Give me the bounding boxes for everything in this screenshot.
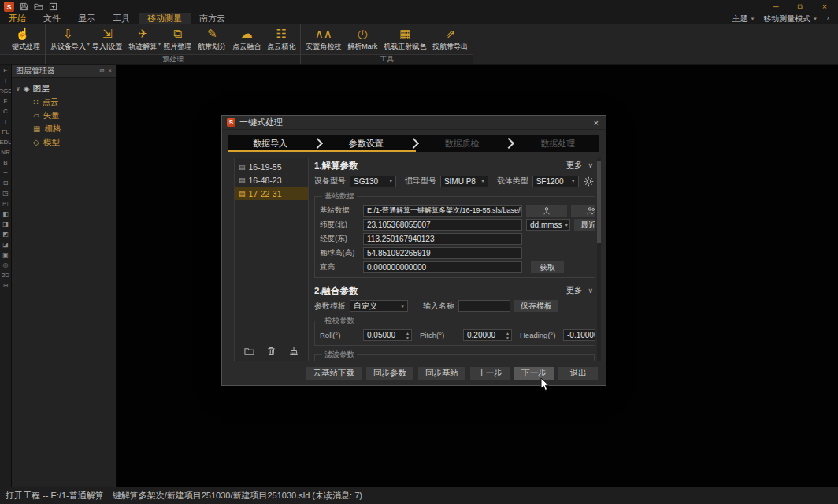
- ribbon-button[interactable]: ▦ 机载正射赋色: [380, 24, 429, 54]
- side-tool-icon[interactable]: FL: [2, 128, 9, 135]
- side-tool-icon[interactable]: 2D: [2, 272, 9, 279]
- dialog-footer-button[interactable]: 上一步: [470, 367, 510, 380]
- menubar-item[interactable]: 南方云: [191, 13, 234, 24]
- carrier-type-select[interactable]: SF1200 ▾: [532, 176, 579, 187]
- clear-all-icon[interactable]: [289, 345, 298, 359]
- dialog-close-icon[interactable]: ×: [591, 118, 601, 128]
- side-tool-icon[interactable]: T: [4, 118, 8, 125]
- menubar-item[interactable]: 显示: [69, 13, 104, 24]
- coord-format-select[interactable]: dd.mmss ▾: [526, 219, 570, 231]
- new-project-icon[interactable]: [49, 2, 57, 11]
- side-tool-icon[interactable]: ◰: [2, 200, 9, 207]
- restore-button[interactable]: ⧉: [791, 0, 810, 13]
- side-tool-icon[interactable]: ⊞: [3, 180, 9, 187]
- dialog-footer-button[interactable]: 同步参数: [366, 367, 413, 380]
- session-list-item[interactable]: ▤ 16-19-55: [235, 160, 308, 173]
- side-tool-icon[interactable]: F: [4, 98, 8, 105]
- section1-more-button[interactable]: 更多 ∨: [565, 160, 595, 171]
- single-base-station-button[interactable]: [526, 205, 567, 217]
- side-tool-icon[interactable]: E: [3, 67, 7, 74]
- add-folder-icon[interactable]: [244, 345, 254, 359]
- ellipsoid-height-input[interactable]: 54.851092265919: [363, 247, 522, 259]
- layer-tree-item[interactable]: ∷ 点云: [14, 95, 113, 109]
- wizard-step[interactable]: 参数设置: [324, 135, 408, 152]
- dialog-footer-button[interactable]: 同步基站: [418, 367, 465, 380]
- side-tool-icon[interactable]: NR: [1, 149, 10, 156]
- ribbon-button[interactable]: ✎ 航带划分: [195, 24, 229, 54]
- side-tool-icon[interactable]: B: [3, 159, 7, 166]
- spinner-arrows-icon[interactable]: ▲▼: [406, 331, 410, 340]
- section2-more-button[interactable]: 更多 ∨: [565, 285, 595, 296]
- delete-icon[interactable]: [267, 345, 276, 359]
- menubar-item[interactable]: 开始: [0, 13, 35, 24]
- ribbon-button[interactable]: ☷ 点云精化: [264, 24, 298, 54]
- ribbon-button[interactable]: ⧉ 照片整理: [160, 24, 195, 54]
- side-tool-icon[interactable]: ◨: [2, 220, 9, 228]
- session-list-item[interactable]: ▤ 16-48-23: [235, 173, 308, 187]
- layer-tree-item[interactable]: ▱ 矢量: [14, 109, 113, 122]
- layer-tree-item[interactable]: ◇ 模型: [14, 135, 113, 149]
- ribbon-button[interactable]: ☁ 点云融合: [229, 24, 264, 54]
- base-station-path-input[interactable]: E:/1-普通解算一键解算多架次/16-19-55.sls/base/07581…: [363, 205, 522, 217]
- solve-settings-gear-icon[interactable]: [583, 175, 595, 187]
- collapse-ribbon-icon[interactable]: ∧: [826, 16, 830, 22]
- parameter-template-select[interactable]: 自定义 ▾: [350, 300, 408, 312]
- ribbon-button[interactable]: ✈ 轨迹解算: [125, 24, 160, 54]
- float-panel-icon[interactable]: ⧉: [100, 67, 105, 75]
- scrollbar-thumb[interactable]: [597, 161, 601, 243]
- ribbon-group-label: [0, 54, 45, 64]
- wizard-step[interactable]: 数据处理: [516, 135, 599, 152]
- calibration-spinner[interactable]: 0.20000 ▲▼: [463, 329, 512, 341]
- ribbon-button[interactable]: ☝ 一键式处理: [2, 24, 43, 54]
- side-tool-icon[interactable]: ◧: [2, 210, 9, 217]
- ribbon-button[interactable]: ⇩ 从设备导入: [47, 24, 89, 54]
- multi-base-station-button[interactable]: [571, 205, 595, 217]
- close-button[interactable]: ×: [815, 0, 834, 13]
- minimize-button[interactable]: ─: [766, 0, 785, 13]
- layer-tree-root[interactable]: ∨ ◈ 图层: [14, 82, 113, 95]
- latitude-input[interactable]: 23.105368055007: [363, 219, 522, 231]
- side-tool-icon[interactable]: ◎: [3, 261, 9, 269]
- ribbon-button[interactable]: ⇲ 导入|设置: [89, 24, 125, 54]
- dialog-footer-button[interactable]: 退出: [558, 367, 598, 380]
- template-name-input[interactable]: [458, 300, 510, 312]
- ribbon-button[interactable]: ◷ 解析Mark: [344, 24, 380, 54]
- spinner-arrows-icon[interactable]: ▲▼: [506, 331, 510, 340]
- tree-expand-icon[interactable]: ∨: [16, 85, 20, 92]
- close-panel-icon[interactable]: ×: [108, 67, 112, 75]
- side-tool-icon[interactable]: C: [3, 108, 8, 115]
- layer-tree-item[interactable]: ▦ 栅格: [14, 122, 113, 135]
- side-tool-icon[interactable]: RGB: [0, 87, 12, 94]
- ribbon-button[interactable]: ∧∧ 安置角检校: [302, 24, 344, 54]
- dialog-scrollbar[interactable]: [597, 158, 601, 361]
- menubar-item[interactable]: 文件: [35, 13, 69, 24]
- longitude-input[interactable]: 113.250167940123: [363, 233, 522, 245]
- save-icon[interactable]: [20, 2, 28, 11]
- side-tool-icon[interactable]: ◩: [2, 231, 9, 238]
- menubar-item[interactable]: 移动测量: [139, 13, 191, 24]
- session-list-item[interactable]: ▤ 17-22-31: [235, 187, 308, 200]
- calibration-spinner[interactable]: 0.05000 ▲▼: [363, 329, 412, 341]
- dialog-footer-button[interactable]: 云基站下载: [306, 367, 362, 380]
- theme-dropdown[interactable]: 主题 ▾: [732, 13, 755, 24]
- ribbon-button[interactable]: ⇗ 按航带导出: [429, 24, 471, 54]
- imu-model-select[interactable]: SIMU P8 ▾: [440, 176, 488, 187]
- side-tool-icon[interactable]: EDL: [0, 139, 12, 146]
- side-tool-icon[interactable]: ◳: [2, 190, 9, 197]
- side-tool-icon[interactable]: ▣: [2, 251, 9, 258]
- mode-dropdown[interactable]: 移动测量模式 ▾: [763, 13, 817, 24]
- device-model-select[interactable]: SG130 ▾: [350, 176, 396, 187]
- side-tool-icon[interactable]: ┄: [4, 169, 8, 176]
- menubar-item[interactable]: 工具: [104, 13, 139, 24]
- side-tool-icon[interactable]: ◪: [2, 241, 9, 248]
- calibration-spinner[interactable]: -0.10000 ▲▼: [563, 329, 595, 341]
- save-template-button[interactable]: 保存模板: [514, 300, 558, 312]
- wizard-step[interactable]: 数据导入: [228, 135, 312, 152]
- recently-used-button[interactable]: 最近使用: [574, 219, 595, 231]
- side-tool-icon[interactable]: I: [5, 77, 6, 84]
- side-tool-icon[interactable]: ⊞: [3, 282, 9, 289]
- open-folder-icon[interactable]: [34, 2, 43, 11]
- antenna-height-input[interactable]: 0.000000000000: [363, 261, 522, 273]
- wizard-step[interactable]: 数据质检: [421, 135, 504, 152]
- fetch-button[interactable]: 获取: [531, 261, 564, 273]
